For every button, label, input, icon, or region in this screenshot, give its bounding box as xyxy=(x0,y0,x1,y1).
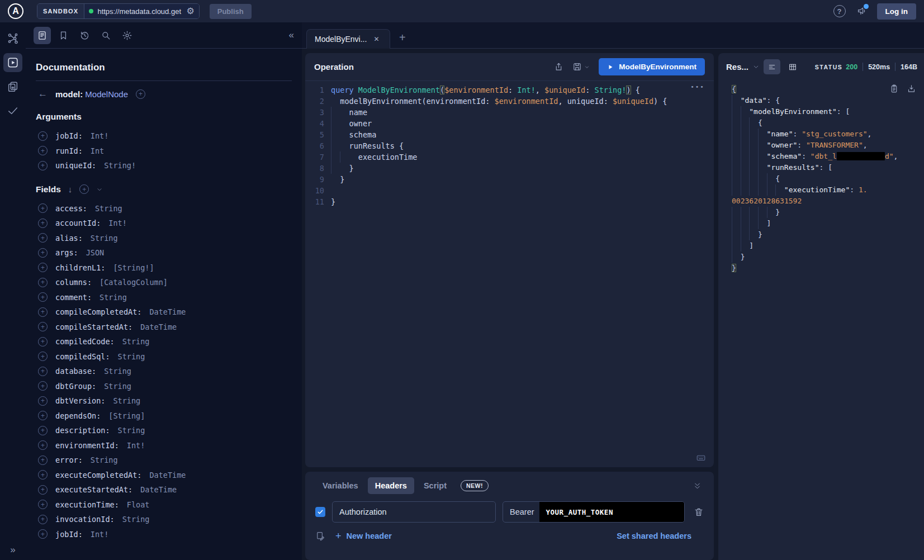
field-type[interactable]: DateTime xyxy=(140,485,177,494)
response-title[interactable]: Res... xyxy=(726,62,748,72)
field-type[interactable]: [CatalogColumn] xyxy=(99,278,168,287)
doc-field-item[interactable]: +accountId: Int! xyxy=(36,216,292,231)
formatted-view-icon[interactable] xyxy=(764,59,780,74)
add-field-icon[interactable]: + xyxy=(38,500,48,509)
doc-field-item[interactable]: +childrenL1: [String!] xyxy=(36,260,292,276)
doc-field-item[interactable]: +comment: String xyxy=(36,290,292,305)
apollo-logo-icon[interactable]: A xyxy=(8,3,23,19)
add-field-icon[interactable]: + xyxy=(38,307,48,317)
doc-field-item[interactable]: +alias: String xyxy=(36,231,292,246)
code-line[interactable]: 6 runResults { xyxy=(305,140,714,151)
field-type[interactable]: String xyxy=(91,234,118,243)
add-field-icon[interactable]: + xyxy=(38,203,48,213)
help-icon[interactable]: ? xyxy=(833,5,846,17)
field-type[interactable]: String xyxy=(122,337,150,346)
doc-field-item[interactable]: +args: JSON xyxy=(36,245,292,260)
chevron-down-icon[interactable] xyxy=(96,186,103,193)
add-field-icon[interactable]: + xyxy=(38,352,48,361)
doc-field-item[interactable]: +error: String xyxy=(36,453,292,468)
doc-field-item[interactable]: +database: String xyxy=(36,364,292,379)
doc-field-item[interactable]: +compiledSql: String xyxy=(36,349,292,364)
keyboard-shortcuts-icon[interactable] xyxy=(696,453,706,463)
header-name-input[interactable] xyxy=(332,501,496,523)
operation-tab[interactable]: ModelByEnvi... ✕ xyxy=(306,29,390,49)
documentation-tab-icon[interactable] xyxy=(34,27,51,44)
model-type[interactable]: ModelNode xyxy=(85,89,128,99)
field-type[interactable]: Int xyxy=(91,146,104,155)
add-field-icon[interactable]: + xyxy=(38,411,48,420)
code-line[interactable]: 9 } xyxy=(305,174,714,185)
field-type[interactable]: String xyxy=(91,455,118,464)
add-field-icon[interactable]: + xyxy=(38,161,48,170)
collapse-request-panel-icon[interactable] xyxy=(693,482,704,490)
field-type[interactable]: JSON xyxy=(86,248,105,257)
add-field-icon[interactable]: + xyxy=(38,322,48,331)
doc-field-item[interactable]: +jobId: Int! xyxy=(36,129,292,144)
announcements-icon[interactable] xyxy=(856,6,867,17)
add-field-icon[interactable]: + xyxy=(38,248,48,258)
add-field-icon[interactable]: + xyxy=(38,146,48,155)
code-line[interactable]: 10 xyxy=(305,185,714,196)
header-enabled-checkbox[interactable] xyxy=(315,507,325,517)
add-field-icon[interactable]: + xyxy=(38,440,48,450)
doc-field-item[interactable]: +uniqueId: String! xyxy=(36,158,292,173)
doc-field-item[interactable]: +invocationId: String xyxy=(36,512,292,527)
copy-response-icon[interactable] xyxy=(889,84,899,93)
doc-field-item[interactable]: +description: String xyxy=(36,423,292,438)
add-field-icon[interactable]: + xyxy=(38,131,48,141)
field-type[interactable]: [String!] xyxy=(113,263,154,272)
field-type[interactable]: String xyxy=(118,352,145,361)
doc-field-item[interactable]: +dbtGroup: String xyxy=(36,379,292,394)
field-type[interactable]: Int! xyxy=(127,441,145,450)
request-tab-script[interactable]: Script xyxy=(416,477,454,494)
graphql-editor[interactable]: 1query ModelByEnvironment($environmentId… xyxy=(305,81,714,467)
add-field-icon[interactable]: + xyxy=(38,381,48,391)
doc-field-item[interactable]: +jobId: Int! xyxy=(36,527,292,542)
field-type[interactable]: Int! xyxy=(91,131,109,140)
add-field-icon[interactable]: + xyxy=(38,233,48,243)
checks-icon[interactable] xyxy=(3,101,22,120)
field-type[interactable]: String xyxy=(122,515,150,524)
field-type[interactable]: String xyxy=(99,293,127,302)
code-line[interactable]: 5 schema xyxy=(305,129,714,140)
connection-settings-gear-icon[interactable]: ⚙ xyxy=(186,7,194,16)
add-field-icon[interactable]: + xyxy=(38,396,48,406)
response-chevron-down-icon[interactable] xyxy=(752,63,760,70)
field-type[interactable]: String xyxy=(104,382,131,391)
saved-collections-icon[interactable] xyxy=(3,77,22,96)
history-icon[interactable] xyxy=(76,27,93,44)
set-shared-headers-link[interactable]: Set shared headers xyxy=(617,531,704,540)
download-response-icon[interactable] xyxy=(907,84,916,93)
add-field-icon[interactable]: + xyxy=(38,337,48,347)
endpoint-url[interactable]: https://metadata.cloud.get xyxy=(97,7,182,16)
field-type[interactable]: String xyxy=(113,396,140,405)
field-type[interactable]: Int! xyxy=(91,530,109,539)
doc-field-item[interactable]: +compileStartedAt: DateTime xyxy=(36,320,292,335)
add-model-icon[interactable]: + xyxy=(136,89,145,99)
settings-gear-icon[interactable] xyxy=(119,27,136,44)
doc-field-item[interactable]: +columns: [CatalogColumn] xyxy=(36,275,292,290)
share-icon[interactable] xyxy=(554,62,563,72)
run-operation-button[interactable]: ModelByEnvironment xyxy=(599,58,705,75)
request-tab-headers[interactable]: Headers xyxy=(368,477,414,494)
save-icon[interactable] xyxy=(572,62,590,72)
add-field-icon[interactable]: + xyxy=(38,263,48,272)
field-type[interactable]: Int! xyxy=(108,219,127,227)
search-icon[interactable] xyxy=(97,27,115,44)
field-type[interactable]: String! xyxy=(104,161,136,170)
code-line[interactable]: 4 owner xyxy=(305,118,714,129)
close-tab-icon[interactable]: ✕ xyxy=(373,35,379,43)
field-type[interactable]: DateTime xyxy=(149,471,186,480)
doc-field-item[interactable]: +executeCompletedAt: DateTime xyxy=(36,468,292,483)
editor-menu-ellipsis-icon[interactable]: ••• xyxy=(690,83,705,91)
bookmarks-icon[interactable] xyxy=(55,27,72,44)
doc-field-item[interactable]: +dependsOn: [String] xyxy=(36,409,292,424)
operations-play-icon[interactable] xyxy=(3,53,22,72)
table-view-icon[interactable] xyxy=(784,59,801,74)
add-field-icon[interactable]: + xyxy=(38,529,48,539)
login-button[interactable]: Log in xyxy=(877,3,917,20)
field-type[interactable]: DateTime xyxy=(149,307,186,316)
new-header-button[interactable]: + New header xyxy=(335,531,392,541)
sort-descending-icon[interactable]: ↓ xyxy=(68,184,73,194)
doc-field-item[interactable]: +access: String xyxy=(36,201,292,216)
